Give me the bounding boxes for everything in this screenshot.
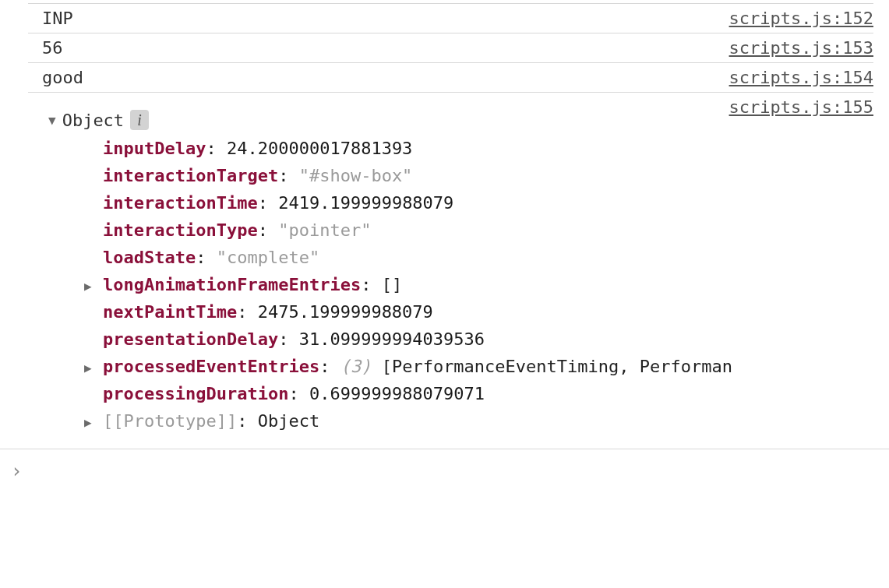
prop-value: "complete" <box>217 248 319 267</box>
source-link[interactable]: scripts.js:155 <box>729 97 873 117</box>
disclosure-triangle-right-icon: ▶ <box>84 361 92 375</box>
prop-value: 0.699999988079071 <box>309 384 485 403</box>
object-property[interactable]: inputDelay: 24.200000017881393 <box>84 135 873 162</box>
console-log-row: 56 scripts.js:153 <box>28 33 873 63</box>
prop-key: nextPaintTime <box>103 302 237 322</box>
object-label: Object <box>62 111 124 130</box>
prop-key: inputDelay <box>103 139 206 158</box>
object-property[interactable]: processingDuration: 0.699999988079071 <box>84 380 873 407</box>
source-link[interactable]: scripts.js:153 <box>729 38 873 58</box>
object-property[interactable]: ▶ [[Prototype]]: Object <box>84 407 873 435</box>
object-property[interactable]: interactionTarget: "#show-box" <box>84 162 873 189</box>
prop-value: 31.099999994039536 <box>299 329 485 349</box>
source-link[interactable]: scripts.js:154 <box>729 68 873 87</box>
prop-value: "pointer" <box>278 220 371 240</box>
prop-value: 2475.199999988079 <box>258 302 433 322</box>
console-log-row: good scripts.js:154 <box>28 63 873 93</box>
object-property[interactable]: interactionType: "pointer" <box>84 217 873 244</box>
prop-key: interactionTime <box>103 193 258 213</box>
source-link[interactable]: scripts.js:152 <box>729 9 873 28</box>
prop-key: loadState <box>103 248 196 267</box>
object-property-list: inputDelay: 24.200000017881393 interacti… <box>28 130 873 435</box>
object-property[interactable]: ▶ processedEventEntries: (3) [Performanc… <box>84 353 873 380</box>
object-property[interactable]: interactionTime: 2419.199999988079 <box>84 189 873 217</box>
prop-key: processingDuration <box>103 384 288 403</box>
prop-key: presentationDelay <box>103 329 278 349</box>
prop-value: [PerformanceEventTiming, Performan <box>382 357 732 376</box>
log-message: INP <box>42 9 73 28</box>
disclosure-triangle-down-icon: ▼ <box>48 113 56 128</box>
prop-value: "#show-box" <box>299 166 413 185</box>
object-property[interactable]: ▶ longAnimationFrameEntries: [] <box>84 271 873 298</box>
object-property[interactable]: loadState: "complete" <box>84 244 873 271</box>
prop-value: Object <box>258 411 319 431</box>
console-input-prompt[interactable]: › <box>0 449 889 493</box>
object-property[interactable]: presentationDelay: 31.099999994039536 <box>84 326 873 353</box>
info-icon[interactable]: i <box>130 110 149 130</box>
prop-key: [[Prototype]] <box>103 411 237 431</box>
prop-key: longAnimationFrameEntries <box>103 275 361 294</box>
object-property[interactable]: nextPaintTime: 2475.199999988079 <box>84 298 873 326</box>
log-message: 56 <box>42 38 63 58</box>
disclosure-triangle-right-icon: ▶ <box>84 279 92 294</box>
log-message: good <box>42 68 83 87</box>
prop-key: processedEventEntries <box>103 357 319 376</box>
array-count: (3) <box>340 357 372 376</box>
prompt-caret-icon: › <box>11 460 22 482</box>
prop-key: interactionType <box>103 220 258 240</box>
prop-value: 24.200000017881393 <box>227 139 412 158</box>
console-object-entry: scripts.js:155 ▼ Object i inputDelay: 24… <box>28 93 873 435</box>
prop-value: 2419.199999988079 <box>278 193 453 213</box>
console-log-row: INP scripts.js:152 <box>28 3 873 33</box>
prop-key: interactionTarget <box>103 166 278 185</box>
prop-value: [] <box>382 275 403 294</box>
disclosure-triangle-right-icon: ▶ <box>84 415 92 430</box>
